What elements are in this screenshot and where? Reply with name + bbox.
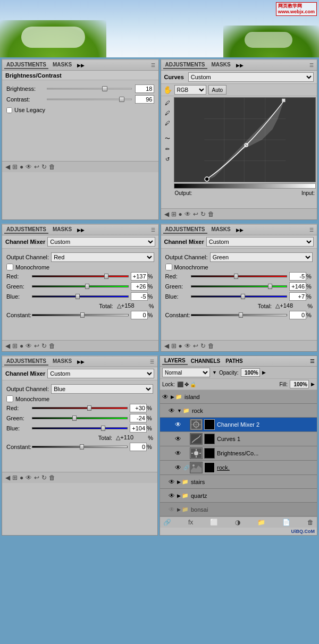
cm-blue-output-select[interactable]: Blue bbox=[51, 384, 153, 394]
cm-red-blue-slider[interactable] bbox=[32, 293, 129, 300]
cm-blue-blue-input[interactable] bbox=[130, 424, 147, 433]
layer-expand-quartz[interactable]: ▶ bbox=[177, 493, 181, 498]
cm-green-output-select[interactable]: Green bbox=[210, 252, 313, 262]
cm-green-footer-delete[interactable]: 🗑 bbox=[208, 342, 214, 350]
layer-eye-cm2[interactable]: 👁 bbox=[175, 421, 183, 428]
contrast-thumb[interactable] bbox=[119, 97, 124, 102]
cm-blue-footer-add[interactable]: ⊞ bbox=[12, 474, 18, 481]
curves-preset-select[interactable]: Custom bbox=[188, 72, 314, 82]
cm-blue-footer-delete[interactable]: 🗑 bbox=[49, 474, 55, 481]
cm-green-tab-adj[interactable]: ADJUSTMENTS bbox=[163, 226, 207, 234]
layers-tab-channels[interactable]: CHANNELS bbox=[189, 358, 223, 365]
layer-item-island[interactable]: 👁 ▶ 📁 island bbox=[160, 390, 317, 404]
layer-eye-brightness[interactable]: 👁 bbox=[175, 450, 183, 457]
cm-blue-preset[interactable]: Custom bbox=[47, 369, 154, 378]
cm-blue-red-slider[interactable] bbox=[32, 404, 128, 412]
cm-blue-red-input[interactable] bbox=[130, 404, 147, 412]
layer-item-quartz[interactable]: 👁 ▶ 📁 quartz bbox=[160, 489, 317, 503]
curves-footer-undo[interactable]: ↩ bbox=[193, 210, 198, 218]
cm-red-footer-redo[interactable]: ↻ bbox=[41, 342, 47, 350]
layer-item-rock[interactable]: 👁 ▼ 📁 rock bbox=[160, 404, 317, 418]
layers-footer-group-icon[interactable]: 📁 bbox=[257, 519, 265, 526]
cm-red-mono-checkbox[interactable] bbox=[6, 264, 13, 270]
contrast-input[interactable] bbox=[135, 95, 154, 104]
cm-green-footer-redo[interactable]: ↻ bbox=[200, 342, 206, 350]
footer-eye-icon[interactable]: 👁 bbox=[26, 163, 32, 171]
cm-blue-tab-adj[interactable]: ADJUSTMENTS bbox=[4, 358, 48, 366]
curves-pencil-tool[interactable]: ✏ bbox=[163, 145, 172, 153]
cm-red-output-select[interactable]: Red bbox=[51, 252, 154, 262]
cm-green-green-thumb[interactable] bbox=[268, 284, 272, 289]
curves-auto-button[interactable]: Auto bbox=[208, 85, 227, 95]
cm-blue-constant-slider[interactable] bbox=[32, 443, 128, 451]
layer-item-bonsai[interactable]: 👁 ▶ 📁 bonsai bbox=[160, 503, 317, 516]
cm-red-red-slider[interactable] bbox=[32, 273, 129, 280]
cm-red-footer-undo[interactable]: ↩ bbox=[34, 342, 39, 350]
cm-blue-mono-checkbox[interactable] bbox=[6, 395, 13, 402]
cm-blue-footer-undo[interactable]: ↩ bbox=[34, 474, 39, 481]
layer-eye-island[interactable]: 👁 bbox=[162, 393, 171, 401]
curves-pointer-tool[interactable]: ✋ bbox=[163, 86, 172, 94]
cm-red-green-slider[interactable] bbox=[32, 283, 129, 290]
cm-red-blue-input[interactable] bbox=[131, 292, 148, 301]
cm-blue-constant-thumb[interactable] bbox=[80, 444, 84, 450]
layer-eye-curves1[interactable]: 👁 bbox=[175, 435, 183, 443]
cm-blue-footer-circle[interactable]: ● bbox=[20, 474, 23, 481]
tab-masks[interactable]: MASKS bbox=[51, 61, 74, 69]
lock-all-icon[interactable]: 🔒 bbox=[190, 382, 196, 387]
cm-green-footer-add[interactable]: ⊞ bbox=[171, 342, 177, 350]
footer-redo-icon[interactable]: ↻ bbox=[41, 163, 47, 171]
layers-footer-fx-icon[interactable]: fx bbox=[188, 519, 193, 526]
cm-blue-footer-redo[interactable]: ↻ bbox=[41, 474, 47, 481]
layer-eye-bonsai[interactable]: 👁 bbox=[169, 506, 177, 513]
cm-green-red-thumb[interactable] bbox=[234, 274, 238, 279]
cm-green-constant-slider[interactable] bbox=[191, 311, 288, 319]
cm-red-constant-input[interactable] bbox=[131, 311, 148, 319]
curves-eyedropper-white[interactable]: 🖊 bbox=[163, 118, 172, 127]
layer-item-rock-layer[interactable]: 👁 🔗 rock. bbox=[160, 461, 317, 475]
layer-expand-rock[interactable]: ▼ bbox=[177, 408, 182, 413]
curves-smooth-tool[interactable]: 〜 bbox=[163, 134, 172, 143]
cm-green-constant-input[interactable] bbox=[289, 311, 306, 319]
curves-eyedropper-gray[interactable]: 🖊 bbox=[163, 108, 172, 117]
cm-red-red-input[interactable] bbox=[131, 272, 148, 281]
footer-circle-icon[interactable]: ● bbox=[20, 163, 23, 171]
layer-eye-rock[interactable]: 👁 bbox=[169, 407, 177, 414]
footer-undo-icon[interactable]: ↩ bbox=[34, 163, 39, 171]
layer-item-brightness[interactable]: 👁 Brightness/Co... bbox=[160, 446, 317, 461]
cm-red-constant-slider[interactable] bbox=[32, 311, 129, 319]
blend-mode-select[interactable]: Normal bbox=[162, 368, 210, 377]
curves-footer-redo[interactable]: ↻ bbox=[200, 210, 206, 218]
curves-footer-delete[interactable]: 🗑 bbox=[208, 210, 214, 218]
curves-footer-add[interactable]: ⊞ bbox=[171, 210, 177, 218]
curves-graph[interactable] bbox=[174, 97, 316, 182]
layer-expand-stairs[interactable]: ▶ bbox=[177, 479, 181, 485]
cm-green-green-input[interactable] bbox=[289, 282, 306, 291]
cm-blue-green-slider[interactable] bbox=[32, 414, 128, 422]
fill-input[interactable] bbox=[290, 380, 309, 388]
cm-blue-footer-prev[interactable]: ◀ bbox=[5, 474, 10, 481]
layer-eye-quartz[interactable]: 👁 bbox=[169, 492, 177, 499]
cm-green-mono-checkbox[interactable] bbox=[165, 264, 172, 270]
cm-red-green-thumb[interactable] bbox=[85, 284, 89, 289]
layer-eye-stairs[interactable]: 👁 bbox=[169, 478, 177, 486]
cm-red-constant-thumb[interactable] bbox=[80, 312, 85, 318]
brightness-thumb[interactable] bbox=[102, 86, 107, 91]
cm-green-red-slider[interactable] bbox=[191, 273, 288, 280]
brightness-input[interactable] bbox=[135, 84, 154, 93]
contrast-slider[interactable] bbox=[47, 96, 132, 103]
cm-green-constant-thumb[interactable] bbox=[239, 312, 243, 318]
brightness-slider[interactable] bbox=[47, 85, 132, 92]
panel-menu-icon[interactable]: ☰ bbox=[150, 63, 156, 68]
cm-green-preset[interactable]: Custom bbox=[206, 237, 314, 247]
curves-channel-select[interactable]: RGB bbox=[174, 85, 206, 95]
layers-footer-new-icon[interactable]: 📄 bbox=[282, 519, 290, 526]
curves-footer-eye[interactable]: 👁 bbox=[184, 210, 191, 218]
cm-red-footer-delete[interactable]: 🗑 bbox=[49, 342, 55, 350]
cm-green-footer-undo[interactable]: ↩ bbox=[193, 342, 198, 350]
cm-green-red-input[interactable] bbox=[289, 272, 306, 281]
cm-red-footer-eye[interactable]: 👁 bbox=[26, 342, 32, 350]
tab-adjustments[interactable]: ADJUSTMENTS bbox=[4, 61, 48, 69]
cm-blue-blue-slider[interactable] bbox=[32, 425, 128, 432]
curves-eyedropper-black[interactable]: 🖊 bbox=[163, 98, 172, 107]
